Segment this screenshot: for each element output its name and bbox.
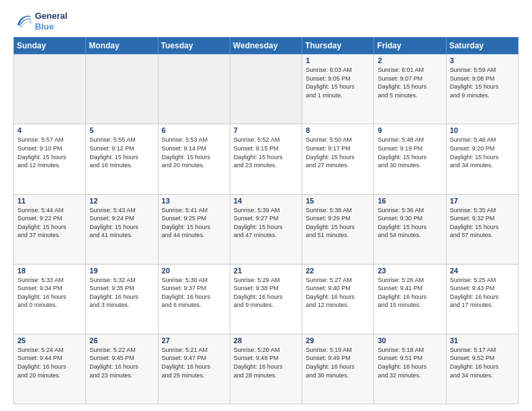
calendar-week-3: 11Sunrise: 5:44 AM Sunset: 9:22 PM Dayli… xyxy=(14,194,519,264)
calendar-cell: 8Sunrise: 5:50 AM Sunset: 9:17 PM Daylig… xyxy=(302,124,374,194)
day-info: Sunrise: 5:57 AM Sunset: 9:10 PM Dayligh… xyxy=(17,136,82,169)
day-info: Sunrise: 5:43 AM Sunset: 9:24 PM Dayligh… xyxy=(89,206,154,240)
day-info: Sunrise: 5:36 AM Sunset: 9:30 PM Dayligh… xyxy=(378,206,442,240)
day-number: 23 xyxy=(378,267,442,275)
calendar-cell xyxy=(86,54,158,124)
calendar-week-5: 25Sunrise: 5:24 AM Sunset: 9:44 PM Dayli… xyxy=(14,334,519,404)
day-info: Sunrise: 5:26 AM Sunset: 9:41 PM Dayligh… xyxy=(378,276,442,310)
calendar-header-row: SundayMondayTuesdayWednesdayThursdayFrid… xyxy=(14,38,519,54)
day-info: Sunrise: 5:20 AM Sunset: 9:48 PM Dayligh… xyxy=(234,346,298,379)
day-number: 15 xyxy=(306,197,370,205)
day-info: Sunrise: 5:39 AM Sunset: 9:27 PM Dayligh… xyxy=(234,206,298,240)
calendar-cell: 24Sunrise: 5:25 AM Sunset: 9:43 PM Dayli… xyxy=(446,264,518,334)
calendar-cell: 18Sunrise: 5:33 AM Sunset: 9:34 PM Dayli… xyxy=(14,264,86,334)
weekday-header-saturday: Saturday xyxy=(446,38,518,54)
calendar-cell: 2Sunrise: 6:01 AM Sunset: 9:07 PM Daylig… xyxy=(374,54,446,124)
weekday-header-sunday: Sunday xyxy=(14,38,86,54)
calendar-cell: 10Sunrise: 5:46 AM Sunset: 9:20 PM Dayli… xyxy=(446,124,518,194)
day-info: Sunrise: 6:01 AM Sunset: 9:07 PM Dayligh… xyxy=(378,66,442,99)
calendar-cell xyxy=(158,54,230,124)
calendar-cell: 12Sunrise: 5:43 AM Sunset: 9:24 PM Dayli… xyxy=(86,194,158,264)
day-number: 6 xyxy=(162,126,226,134)
day-number: 24 xyxy=(450,267,515,275)
day-info: Sunrise: 5:52 AM Sunset: 9:15 PM Dayligh… xyxy=(234,136,298,169)
weekday-header-wednesday: Wednesday xyxy=(230,38,302,54)
calendar-cell: 22Sunrise: 5:27 AM Sunset: 9:40 PM Dayli… xyxy=(302,264,374,334)
logo: General Blue xyxy=(13,11,67,32)
calendar-cell: 6Sunrise: 5:53 AM Sunset: 9:14 PM Daylig… xyxy=(158,124,230,194)
calendar-cell xyxy=(230,54,302,124)
calendar-cell: 1Sunrise: 6:03 AM Sunset: 9:05 PM Daylig… xyxy=(302,54,374,124)
day-number: 12 xyxy=(89,197,154,205)
day-number: 18 xyxy=(17,267,82,275)
day-number: 8 xyxy=(306,126,370,134)
logo-text: General Blue xyxy=(35,11,67,32)
calendar-cell: 5Sunrise: 5:55 AM Sunset: 9:12 PM Daylig… xyxy=(86,124,158,194)
calendar-cell: 13Sunrise: 5:41 AM Sunset: 9:25 PM Dayli… xyxy=(158,194,230,264)
page: General Blue SundayMondayTuesdayWednesda… xyxy=(0,0,532,411)
calendar-cell: 17Sunrise: 5:35 AM Sunset: 9:32 PM Dayli… xyxy=(446,194,518,264)
calendar-week-2: 4Sunrise: 5:57 AM Sunset: 9:10 PM Daylig… xyxy=(14,124,519,194)
day-number: 17 xyxy=(450,197,515,205)
day-number: 5 xyxy=(89,126,154,134)
calendar-cell: 26Sunrise: 5:22 AM Sunset: 9:45 PM Dayli… xyxy=(86,334,158,404)
weekday-header-friday: Friday xyxy=(374,38,446,54)
day-info: Sunrise: 5:21 AM Sunset: 9:47 PM Dayligh… xyxy=(162,346,226,379)
day-number: 28 xyxy=(234,336,298,345)
day-number: 1 xyxy=(306,56,370,64)
day-info: Sunrise: 5:19 AM Sunset: 9:49 PM Dayligh… xyxy=(306,346,370,379)
day-info: Sunrise: 5:33 AM Sunset: 9:34 PM Dayligh… xyxy=(17,276,82,310)
calendar-cell: 16Sunrise: 5:36 AM Sunset: 9:30 PM Dayli… xyxy=(374,194,446,264)
day-number: 2 xyxy=(378,56,442,64)
day-info: Sunrise: 5:55 AM Sunset: 9:12 PM Dayligh… xyxy=(89,136,154,169)
calendar-cell: 27Sunrise: 5:21 AM Sunset: 9:47 PM Dayli… xyxy=(158,334,230,404)
day-info: Sunrise: 5:38 AM Sunset: 9:29 PM Dayligh… xyxy=(306,206,370,240)
day-number: 13 xyxy=(162,197,226,205)
calendar-cell: 28Sunrise: 5:20 AM Sunset: 9:48 PM Dayli… xyxy=(230,334,302,404)
day-info: Sunrise: 5:41 AM Sunset: 9:25 PM Dayligh… xyxy=(162,206,226,240)
day-info: Sunrise: 5:27 AM Sunset: 9:40 PM Dayligh… xyxy=(306,276,370,310)
day-info: Sunrise: 5:18 AM Sunset: 9:51 PM Dayligh… xyxy=(378,346,442,379)
day-info: Sunrise: 5:30 AM Sunset: 9:37 PM Dayligh… xyxy=(162,276,226,310)
calendar-week-4: 18Sunrise: 5:33 AM Sunset: 9:34 PM Dayli… xyxy=(14,264,519,334)
day-info: Sunrise: 5:59 AM Sunset: 9:08 PM Dayligh… xyxy=(450,66,515,99)
day-info: Sunrise: 5:35 AM Sunset: 9:32 PM Dayligh… xyxy=(450,206,515,240)
day-number: 29 xyxy=(306,336,370,345)
day-number: 25 xyxy=(17,336,82,345)
day-number: 27 xyxy=(162,336,226,345)
day-info: Sunrise: 6:03 AM Sunset: 9:05 PM Dayligh… xyxy=(306,66,370,99)
day-number: 21 xyxy=(234,267,298,275)
day-info: Sunrise: 5:32 AM Sunset: 9:35 PM Dayligh… xyxy=(89,276,154,310)
day-number: 10 xyxy=(450,126,515,134)
calendar-table: SundayMondayTuesdayWednesdayThursdayFrid… xyxy=(13,37,519,404)
weekday-header-monday: Monday xyxy=(86,38,158,54)
day-info: Sunrise: 5:50 AM Sunset: 9:17 PM Dayligh… xyxy=(306,136,370,169)
day-info: Sunrise: 5:25 AM Sunset: 9:43 PM Dayligh… xyxy=(450,276,515,310)
day-info: Sunrise: 5:22 AM Sunset: 9:45 PM Dayligh… xyxy=(89,346,154,379)
day-number: 20 xyxy=(162,267,226,275)
weekday-header-thursday: Thursday xyxy=(302,38,374,54)
calendar-cell: 29Sunrise: 5:19 AM Sunset: 9:49 PM Dayli… xyxy=(302,334,374,404)
calendar-cell: 30Sunrise: 5:18 AM Sunset: 9:51 PM Dayli… xyxy=(374,334,446,404)
calendar-cell: 25Sunrise: 5:24 AM Sunset: 9:44 PM Dayli… xyxy=(14,334,86,404)
day-number: 14 xyxy=(234,197,298,205)
calendar-cell: 15Sunrise: 5:38 AM Sunset: 9:29 PM Dayli… xyxy=(302,194,374,264)
day-number: 3 xyxy=(450,56,515,64)
logo-icon xyxy=(13,12,32,31)
calendar-cell: 11Sunrise: 5:44 AM Sunset: 9:22 PM Dayli… xyxy=(14,194,86,264)
day-info: Sunrise: 5:48 AM Sunset: 9:19 PM Dayligh… xyxy=(378,136,442,169)
day-number: 16 xyxy=(378,197,442,205)
calendar-cell: 9Sunrise: 5:48 AM Sunset: 9:19 PM Daylig… xyxy=(374,124,446,194)
day-info: Sunrise: 5:29 AM Sunset: 9:38 PM Dayligh… xyxy=(234,276,298,310)
day-number: 31 xyxy=(450,336,515,345)
day-number: 26 xyxy=(89,336,154,345)
calendar-cell: 21Sunrise: 5:29 AM Sunset: 9:38 PM Dayli… xyxy=(230,264,302,334)
day-info: Sunrise: 5:17 AM Sunset: 9:52 PM Dayligh… xyxy=(450,346,515,379)
calendar-cell: 19Sunrise: 5:32 AM Sunset: 9:35 PM Dayli… xyxy=(86,264,158,334)
calendar-cell: 7Sunrise: 5:52 AM Sunset: 9:15 PM Daylig… xyxy=(230,124,302,194)
day-info: Sunrise: 5:44 AM Sunset: 9:22 PM Dayligh… xyxy=(17,206,82,240)
header: General Blue xyxy=(13,11,519,32)
day-number: 19 xyxy=(89,267,154,275)
day-info: Sunrise: 5:24 AM Sunset: 9:44 PM Dayligh… xyxy=(17,346,82,379)
calendar-cell: 14Sunrise: 5:39 AM Sunset: 9:27 PM Dayli… xyxy=(230,194,302,264)
